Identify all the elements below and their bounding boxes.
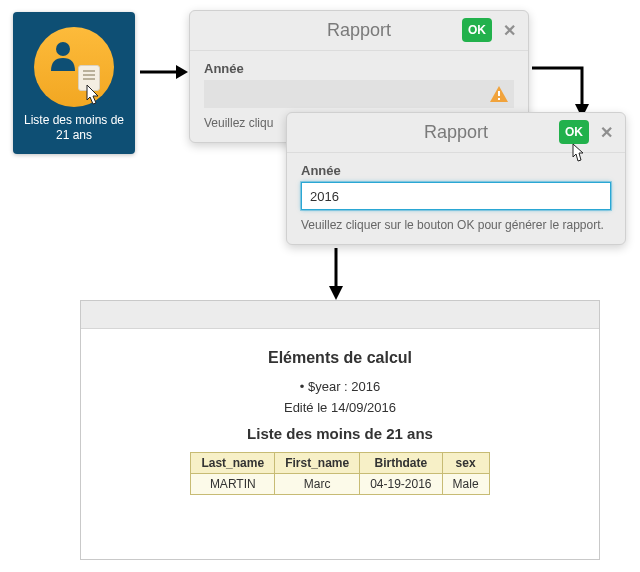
ok-button[interactable]: OK [462,18,492,42]
report-toolbar [81,301,599,329]
svg-rect-5 [498,98,500,100]
report-subheading: Liste des moins de 21 ans [105,425,575,442]
cell-firstname: Marc [275,474,360,495]
report-dialog-filled: Rapport OK ✕ Année Veuillez cliquer sur … [286,112,626,245]
dialog-header: Rapport OK ✕ [190,11,528,51]
cursor-icon [78,83,104,113]
svg-marker-2 [176,65,188,79]
report-edited: Edité le 14/09/2016 [105,400,575,415]
col-lastname: Last_name [191,453,275,474]
arrow-tile-to-dialog [138,60,188,84]
report-body: Eléments de calcul • $year : 2016 Edité … [81,329,599,507]
report-tile[interactable]: Liste des moins de 21 ans [13,12,135,154]
tile-label: Liste des moins de 21 ans [19,113,129,143]
close-icon[interactable]: ✕ [595,121,617,143]
svg-marker-8 [329,286,343,300]
col-firstname: First_name [275,453,360,474]
year-input[interactable] [301,182,611,210]
svg-rect-4 [498,91,500,96]
dialog-header: Rapport OK ✕ [287,113,625,153]
year-input[interactable] [204,80,514,108]
report-param: • $year : 2016 [105,379,575,394]
arrow-dialog2-to-report [324,246,348,302]
col-birthdate: Birthdate [360,453,442,474]
generated-report: Eléments de calcul • $year : 2016 Edité … [80,300,600,560]
cell-birthdate: 04-19-2016 [360,474,442,495]
col-sex: sex [442,453,489,474]
report-heading: Eléments de calcul [105,349,575,367]
table-row: MARTIN Marc 04-19-2016 Male [191,474,489,495]
close-icon[interactable]: ✕ [498,19,520,41]
warning-icon [490,86,508,102]
cell-lastname: MARTIN [191,474,275,495]
year-input-wrap [204,80,514,108]
cell-sex: Male [442,474,489,495]
svg-point-0 [56,42,70,56]
tile-icon-circle [34,27,114,107]
dialog-title: Rapport [424,122,488,143]
table-header-row: Last_name First_name Birthdate sex [191,453,489,474]
year-label: Année [204,61,514,76]
ok-button[interactable]: OK [559,120,589,144]
dialog-hint: Veuillez cliquer sur le bouton OK pour g… [301,218,611,232]
dialog-title: Rapport [327,20,391,41]
cursor-icon [565,142,587,168]
report-table: Last_name First_name Birthdate sex MARTI… [190,452,489,495]
